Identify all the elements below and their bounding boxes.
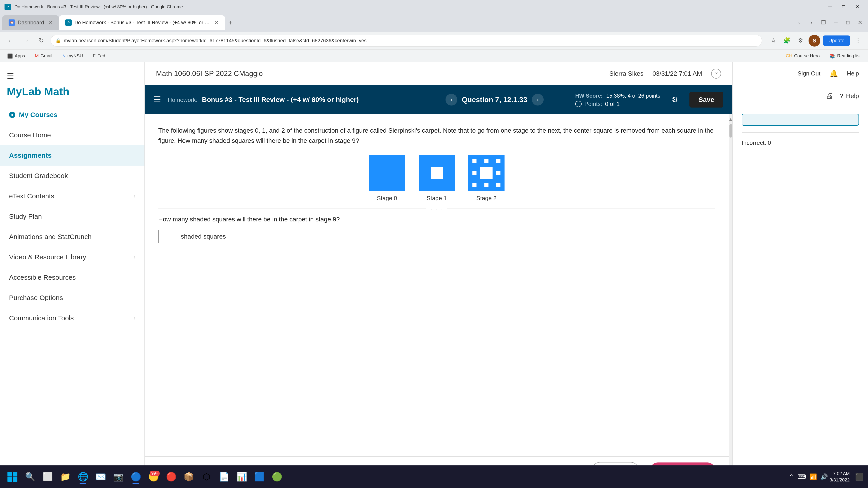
tab-dashboard[interactable]: 🏠 Dashboard ✕ — [2, 15, 59, 30]
sidebar-item-purchase-options[interactable]: Purchase Options — [0, 288, 145, 308]
sidebar-menu-button[interactable]: ☰ — [7, 71, 138, 81]
taskbar-word[interactable]: 📄 — [216, 469, 232, 485]
answer-label: shaded squares — [181, 233, 226, 240]
bookmark-gmail[interactable]: M Gmail — [32, 52, 55, 60]
browser-close-button[interactable]: ✕ — [855, 18, 866, 28]
taskbar-app-5[interactable]: ⬡ — [198, 469, 214, 485]
next-question-button[interactable]: › — [532, 94, 544, 105]
notification-badge: 99+ — [150, 470, 160, 476]
homework-name: Bonus #3 - Test III Review - (+4 w/ 80% … — [202, 96, 359, 103]
bookmark-star-icon[interactable]: ☆ — [768, 35, 779, 46]
tray-network-icon[interactable]: 📶 — [810, 473, 817, 480]
taskbar-dropbox[interactable]: 📦 — [181, 469, 197, 485]
homework-nav: ‹ Question 7, 12.1.33 › — [445, 94, 544, 105]
maximize-button[interactable]: □ — [837, 2, 850, 12]
taskbar-camera[interactable]: 📷 — [110, 469, 126, 485]
bookmark-course-hero[interactable]: CH Course Hero — [783, 52, 822, 60]
notification-bell-icon[interactable]: 🔔 — [830, 70, 838, 77]
sidebar-item-etext-contents[interactable]: eText Contents › — [0, 186, 145, 206]
forward-button[interactable]: → — [20, 35, 32, 46]
s2-cell — [476, 187, 480, 191]
tray-volume-icon[interactable]: 🔊 — [820, 473, 828, 480]
taskbar-powerpoint[interactable]: 📊 — [234, 469, 250, 485]
help-circle-button[interactable]: ? — [711, 69, 721, 78]
bookmark-fed[interactable]: F Fed — [90, 52, 108, 60]
taskbar-mail[interactable]: ✉️ — [93, 469, 108, 485]
scroll-up-arrow[interactable]: ▲ — [728, 117, 733, 122]
s2-cell — [472, 175, 476, 179]
taskbar-clock[interactable]: 7:02 AM 3/31/2022 — [830, 470, 850, 483]
settings-gear-icon[interactable]: ⚙ — [672, 95, 678, 104]
print-icon[interactable]: 🖨 — [826, 92, 833, 100]
update-button[interactable]: Update — [823, 35, 850, 46]
close-button[interactable]: ✕ — [851, 2, 864, 12]
tab-next-button[interactable]: › — [806, 18, 817, 28]
right-help-circle-button[interactable]: ? Help — [840, 92, 859, 100]
tab-prev-button[interactable]: ‹ — [794, 18, 805, 28]
sidebar-item-video-library[interactable]: Video & Resource Library › — [0, 247, 145, 267]
sidebar-item-assignments[interactable]: Assignments — [0, 145, 145, 166]
save-button[interactable]: Save — [689, 92, 723, 107]
tab-dashboard-close[interactable]: ✕ — [49, 20, 53, 26]
s2-cell — [480, 179, 485, 183]
minimize-button[interactable]: ─ — [824, 2, 836, 12]
start-button[interactable] — [4, 469, 20, 485]
taskbar-search-button[interactable]: 🔍 — [22, 469, 38, 485]
taskbar-app-green[interactable]: 🟢 — [269, 469, 285, 485]
right-panel-content: Incorrect: 0 — [733, 107, 868, 156]
new-tab-button[interactable]: ＋ — [227, 18, 234, 27]
windows-logo-icon — [7, 472, 18, 482]
taskbar-app-red[interactable]: 🔴 — [163, 469, 179, 485]
tray-up-arrow[interactable]: ⌃ — [789, 473, 794, 480]
bookmark-reading-list-label: Reading list — [837, 53, 861, 59]
browser-minimize-button[interactable]: ─ — [830, 18, 841, 28]
browser-maximize-button[interactable]: □ — [842, 18, 854, 28]
bookmark-reading-list[interactable]: 📚 Reading list — [827, 52, 864, 60]
sidebar-item-course-home[interactable]: Course Home — [0, 125, 145, 145]
sidebar-item-animations-statcrunch[interactable]: Animations and StatCrunch — [0, 227, 145, 247]
sidebar-item-my-courses[interactable]: ● My Courses — [0, 105, 145, 125]
homework-menu-button[interactable]: ☰ — [154, 95, 161, 104]
answer-box[interactable] — [158, 230, 176, 243]
s2-cell — [485, 183, 489, 187]
sidebar-course-home-label: Course Home — [9, 131, 51, 139]
scroll-bar[interactable]: ▲ ▼ — [729, 114, 733, 484]
refresh-button[interactable]: ↻ — [35, 35, 47, 46]
s2-cell — [485, 167, 489, 171]
s1-cell — [443, 167, 455, 179]
sidebar-item-accessible-resources[interactable]: Accessible Resources — [0, 267, 145, 288]
sidebar-item-communication-tools[interactable]: Communication Tools › — [0, 308, 145, 328]
notification-center-button[interactable]: ⬛ — [855, 473, 864, 481]
taskbar-file-explorer[interactable]: 📁 — [57, 469, 73, 485]
tab-homework-close[interactable]: ✕ — [215, 20, 219, 26]
scroll-thumb[interactable] — [730, 124, 732, 138]
tray-keyboard-icon[interactable]: ⌨ — [798, 473, 806, 480]
restore-button[interactable]: ❐ — [818, 18, 829, 28]
sign-out-button[interactable]: Sign Out — [798, 70, 820, 77]
s2-cell — [472, 187, 476, 191]
s2-cell — [496, 179, 500, 183]
taskbar-word2[interactable]: 🟦 — [251, 469, 267, 485]
tab-dashboard-label: Dashboard — [18, 20, 44, 26]
taskbar-edge[interactable]: 🌐 — [75, 469, 91, 485]
sidebar-gradebook-label: Student Gradebook — [9, 172, 68, 180]
sync-icon[interactable]: ⚙ — [795, 35, 806, 46]
sidebar-item-study-plan[interactable]: Study Plan — [0, 206, 145, 227]
right-help-button[interactable]: Help — [847, 70, 859, 77]
prev-question-button[interactable]: ‹ — [445, 94, 457, 105]
profile-button[interactable]: S — [809, 35, 820, 46]
s2-cell — [485, 175, 489, 179]
bookmark-apps[interactable]: ⬛ Apps — [4, 52, 28, 60]
taskbar-badge-app[interactable]: 🟡 99+ — [146, 469, 161, 485]
bookmark-mynsu[interactable]: N myNSU — [60, 52, 86, 60]
extension-puzzle-icon[interactable]: 🧩 — [781, 35, 792, 46]
sidebar-item-student-gradebook[interactable]: Student Gradebook — [0, 166, 145, 186]
tab-homework[interactable]: P Do Homework - Bonus #3 - Test III Revi… — [59, 15, 225, 30]
taskbar-chrome[interactable]: 🔵 — [128, 469, 144, 485]
more-menu-button[interactable]: ⋮ — [852, 35, 864, 46]
taskview-button[interactable]: ⬜ — [40, 469, 56, 485]
hw-score-section: HW Score: 15.38%, 4 of 26 points Points:… — [575, 92, 660, 107]
back-button[interactable]: ← — [4, 35, 16, 46]
answer-input[interactable] — [159, 230, 175, 242]
address-bar[interactable]: 🔒 mylab.pearson.com/Student/PlayerHomewo… — [51, 35, 762, 46]
